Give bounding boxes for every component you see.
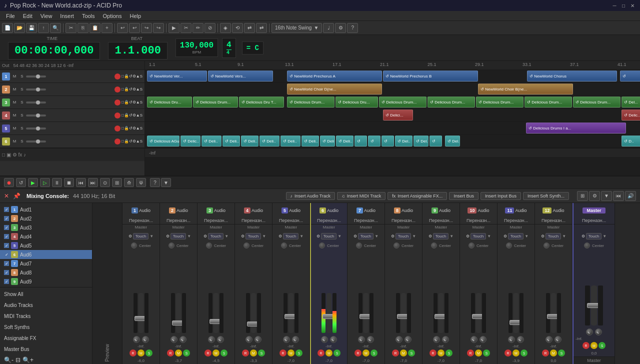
cs-type-11[interactable]: 11 [505, 208, 514, 214]
cs-touch-btn-3[interactable]: Touch [208, 233, 224, 240]
cs-fader-2[interactable] [176, 293, 181, 333]
cs-knob1-10[interactable] [470, 336, 478, 343]
clip-deli-6[interactable]: ↺ Deli.. [280, 136, 300, 146]
master-knob1[interactable] [586, 328, 593, 336]
transport-extra1[interactable]: ⟰ [124, 178, 134, 187]
cs-touch-btn-12[interactable]: Touch [546, 233, 561, 240]
cs-fader-10[interactable] [476, 293, 481, 333]
tli-check-8[interactable]: ✓ [4, 270, 9, 275]
cs-knob2-7[interactable] [367, 336, 374, 343]
track-list-aud9[interactable]: ✓ 9 Aud9 [0, 277, 92, 286]
cs-fader-9[interactable] [438, 293, 444, 333]
minimize-button[interactable]: ─ [611, 2, 618, 9]
cs-knob1-7[interactable] [358, 336, 365, 343]
clip-choir-bine[interactable]: ↺ NewWorld Choir B(ne... [478, 84, 573, 94]
menu-edit[interactable]: Edit [19, 12, 36, 20]
tb-save[interactable]: 💾 [26, 23, 37, 33]
play-btn[interactable]: ▶ [28, 178, 38, 187]
master-bus-btn[interactable]: Master Bus [0, 344, 92, 354]
vol-slider-3[interactable] [26, 102, 46, 104]
rec-2[interactable] [114, 86, 120, 92]
cs-fader-8[interactable] [401, 293, 406, 333]
cs-solo-11[interactable]: S [520, 350, 528, 356]
clip-deli-16[interactable]: ↺ Del.. [445, 136, 460, 146]
cs-touch-btn-8[interactable]: Touch [396, 233, 411, 240]
cs-type-8[interactable]: 8 [394, 208, 400, 214]
tb-snap[interactable]: ◈ [220, 23, 231, 33]
track-list-aud3[interactable]: ✓ 3 Aud3 [0, 223, 92, 232]
cs-knob1-4[interactable] [246, 336, 252, 343]
cs-rec-11[interactable]: R [504, 350, 512, 356]
vol-slider-6[interactable] [26, 140, 46, 142]
cs-type-6[interactable]: 6 [320, 208, 326, 214]
cs-touch-arrow-9[interactable]: ▼ [450, 234, 454, 238]
cs-rec-3[interactable]: R [204, 350, 212, 356]
clip-del-drums-10[interactable]: ↺ Delicious Drum... [573, 96, 620, 108]
cs-knob1-1[interactable] [133, 336, 140, 343]
cs-type-12[interactable]: 12 [542, 208, 552, 214]
cs-pan-knob-6[interactable] [319, 242, 325, 248]
master-solo-btn[interactable]: S [598, 342, 606, 349]
clip-deli-4[interactable]: ↺ Deli.. [241, 136, 258, 146]
clip-del-drums-11[interactable]: ↺ Del... [622, 96, 640, 108]
clip-del-drums-4[interactable]: ↺ Delicious Drum... [287, 96, 334, 108]
zoom-fit-btn[interactable]: ⊟ [16, 356, 20, 364]
cs-knob1-11[interactable] [508, 336, 515, 343]
tb-copy[interactable]: ⎘ [78, 23, 88, 33]
mixer-pin[interactable]: 📌 [13, 192, 20, 200]
cs-pan-knob-11[interactable] [506, 242, 512, 248]
zoom-out-btn[interactable]: 🔍- [4, 356, 14, 364]
tb-new[interactable]: 📄 [2, 23, 13, 33]
clip-del-drums-1[interactable]: ↺ Delicious Dru... [147, 96, 192, 108]
soft-synths-btn[interactable]: Soft Synths [0, 322, 92, 332]
cs-touch-arrow-1[interactable]: ▼ [150, 234, 154, 238]
master-rec-btn[interactable]: R [582, 342, 590, 349]
stop-btn[interactable]: ⏹ [64, 178, 74, 187]
tb-sync2[interactable]: ⇄ [256, 23, 267, 33]
cs-touch-btn-6[interactable]: Touch [321, 233, 336, 240]
cs-knob1-12[interactable] [546, 336, 552, 343]
cs-touch-btn-9[interactable]: Touch [433, 233, 448, 240]
vol-slider-1[interactable] [26, 76, 46, 78]
clip-deli-5[interactable]: ↺ Deli.. [260, 136, 280, 146]
mixer-arrow[interactable]: ▼ [601, 191, 612, 201]
tli-check-7[interactable]: ✓ [4, 261, 9, 266]
cs-type-4[interactable]: 4 [244, 208, 250, 214]
mute-5[interactable]: M [11, 125, 18, 132]
clip-newworld-prechorus-a[interactable]: ↺ NewWorld Prechorus A [287, 70, 382, 82]
clip-deli-14[interactable]: ↺ Del.. [414, 136, 428, 146]
master-fader[interactable] [591, 286, 597, 326]
cs-touch-btn-1[interactable]: Touch [133, 233, 148, 240]
vol-slider-5[interactable] [26, 128, 46, 130]
cs-knob1-6[interactable] [321, 336, 328, 343]
mixer-transport1[interactable]: ⏮ [613, 191, 624, 201]
audio-tracks-btn[interactable]: Audio Tracks [0, 300, 92, 310]
track-list-aud4[interactable]: ✓ 4 Aud4 [0, 232, 92, 241]
clip-deli-9[interactable]: ↺ Deli.. [336, 136, 354, 146]
cs-touch-arrow-3[interactable]: ▼ [224, 234, 228, 238]
tb-draw[interactable]: ✏ [192, 23, 204, 33]
rew-start[interactable]: ⏮ [76, 178, 86, 187]
cs-pan-knob-3[interactable] [206, 242, 212, 248]
cs-fader-4[interactable] [251, 293, 256, 333]
cs-knob2-12[interactable] [554, 336, 562, 343]
cs-rec-5[interactable]: R [280, 350, 286, 356]
clip-del-drums-ia[interactable]: ↺ Delicious Drums I a... [526, 122, 626, 134]
cs-knob2-1[interactable] [142, 336, 149, 343]
track-list-aud6[interactable]: ✓ 6 Aud6 [0, 250, 92, 259]
mute-4[interactable]: M [11, 112, 18, 119]
cs-fader-11[interactable] [514, 293, 518, 333]
tb-scissor[interactable]: ✂ [180, 23, 192, 33]
tb-paste2[interactable]: + [102, 23, 112, 33]
master-mute-btn[interactable]: M [590, 342, 598, 349]
tb-sync[interactable]: ⇄ [244, 23, 255, 33]
maximize-button[interactable]: □ [620, 2, 627, 9]
cs-knob2-9[interactable] [442, 336, 449, 343]
solo-6[interactable]: S [18, 138, 26, 145]
insert-audio-btn[interactable]: ♪ Insert Audio Track [286, 192, 336, 200]
clip-deli-13[interactable]: ↺ Del.. [395, 136, 412, 146]
cs-knob2-2[interactable] [180, 336, 186, 343]
cs-touch-btn-11[interactable]: Touch [508, 233, 524, 240]
cs-solo-8[interactable]: S [408, 350, 415, 356]
pause-btn[interactable]: ⏸ [52, 178, 62, 187]
